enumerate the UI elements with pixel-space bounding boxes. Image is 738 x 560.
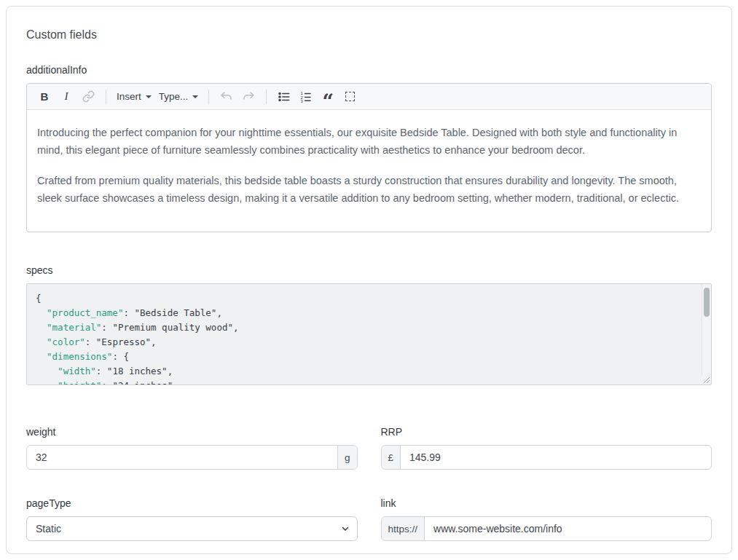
- code-line: "height": "24 inches",: [36, 379, 711, 385]
- toolbar-divider: [208, 90, 209, 104]
- rich-text-editor: B I Insert Type...: [26, 83, 712, 232]
- svg-text:3: 3: [301, 98, 304, 103]
- dashed-box-icon: [345, 92, 355, 101]
- link-input[interactable]: [425, 517, 711, 540]
- rrp-field: RRP £: [381, 426, 713, 470]
- pagetype-link-row: pageType Static link https://: [26, 497, 712, 541]
- bullet-list-icon: [278, 90, 291, 103]
- toolbar-divider: [266, 90, 267, 104]
- rrp-label: RRP: [381, 426, 713, 438]
- editor-paragraph: Introducing the perfect companion for yo…: [37, 124, 701, 159]
- weight-label: weight: [26, 426, 358, 438]
- insert-dropdown-label: Insert: [117, 91, 141, 102]
- editor-paragraph: Crafted from premium quality materials, …: [37, 172, 701, 207]
- type-dropdown-label: Type...: [159, 91, 189, 102]
- resize-handle[interactable]: [702, 375, 710, 384]
- blockquote-icon: “: [323, 98, 334, 106]
- code-line: "product_name": "Bedside Table",: [36, 306, 711, 320]
- chevron-down-icon: [192, 95, 198, 98]
- blockquote-button[interactable]: “: [318, 87, 338, 107]
- redo-button[interactable]: [238, 87, 259, 107]
- page-type-select[interactable]: Static: [26, 516, 358, 541]
- specs-code-lines: { "product_name": "Bedside Table", "mate…: [36, 291, 711, 385]
- scrollbar-thumb[interactable]: [704, 288, 710, 317]
- weight-unit-addon: g: [337, 446, 357, 469]
- italic-button[interactable]: I: [56, 87, 76, 107]
- specs-field: specs { "product_name": "Bedside Table",…: [26, 264, 712, 385]
- weight-rrp-row: weight g RRP £: [26, 426, 712, 470]
- vertical-scrollbar[interactable]: [702, 284, 711, 384]
- numbered-list-button[interactable]: 1 2 3: [296, 87, 316, 107]
- currency-addon: £: [382, 446, 401, 469]
- link-icon: [82, 90, 95, 103]
- panel-title: Custom fields: [26, 28, 712, 42]
- weight-input-group: g: [26, 445, 358, 470]
- chevron-down-icon: [146, 95, 152, 98]
- specs-label: specs: [26, 264, 712, 276]
- protocol-addon: https://: [382, 517, 425, 540]
- code-line: "color": "Espresso",: [36, 335, 711, 350]
- specs-code-editor[interactable]: { "product_name": "Bedside Table", "mate…: [26, 283, 712, 385]
- nonbreaking-space-button[interactable]: [339, 87, 360, 107]
- rrp-input-group: £: [381, 445, 713, 470]
- editor-toolbar: B I Insert Type...: [27, 84, 711, 110]
- link-label: link: [381, 497, 713, 509]
- code-line: "width": "18 inches",: [36, 364, 711, 379]
- code-line: "material": "Premium quality wood",: [36, 320, 711, 335]
- toolbar-divider: [106, 90, 106, 104]
- insert-dropdown[interactable]: Insert: [114, 87, 154, 107]
- bold-button[interactable]: B: [34, 87, 55, 107]
- page-type-label: pageType: [26, 497, 358, 509]
- undo-button[interactable]: [216, 87, 237, 107]
- page-type-select-wrap: Static: [26, 516, 358, 541]
- rrp-input[interactable]: [401, 446, 711, 469]
- weight-input[interactable]: [27, 446, 337, 469]
- bullet-list-button[interactable]: [274, 87, 294, 107]
- code-line: {: [36, 291, 711, 306]
- link-field: link https://: [381, 497, 713, 541]
- code-line: "dimensions": {: [36, 350, 711, 364]
- link-input-group: https://: [381, 516, 713, 541]
- custom-fields-panel: Custom fields additionalInfo B I Inse: [6, 6, 732, 554]
- type-dropdown[interactable]: Type...: [156, 87, 202, 107]
- page-type-field: pageType Static: [26, 497, 358, 541]
- weight-field: weight g: [26, 426, 358, 470]
- link-button[interactable]: [78, 87, 98, 107]
- undo-icon: [220, 90, 233, 103]
- additional-info-label: additionalInfo: [26, 64, 712, 76]
- redo-icon: [242, 90, 255, 103]
- additional-info-field: additionalInfo B I Insert: [26, 64, 712, 232]
- numbered-list-icon: 1 2 3: [299, 90, 313, 103]
- editor-content[interactable]: Introducing the perfect companion for yo…: [27, 110, 711, 232]
